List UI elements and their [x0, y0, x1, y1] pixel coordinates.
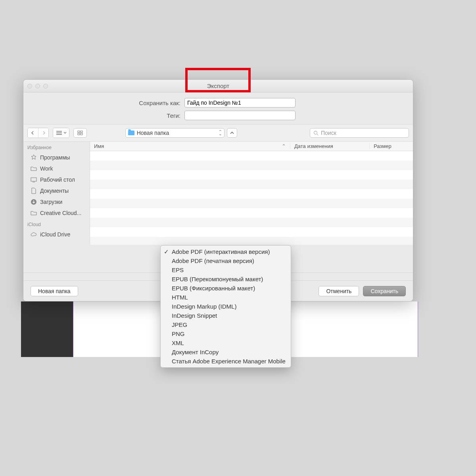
- format-option[interactable]: PNG: [161, 329, 291, 338]
- sidebar-icloud-header: iCloud: [23, 219, 90, 229]
- file-list-body[interactable]: [90, 151, 413, 245]
- tags-label: Теги:: [26, 112, 180, 119]
- format-option[interactable]: InDesign Markup (IDML): [161, 302, 291, 311]
- applications-icon: [31, 154, 37, 161]
- nav-back-forward: [27, 128, 49, 138]
- list-view-icon[interactable]: [53, 128, 69, 138]
- folder-icon: [128, 131, 134, 135]
- sidebar-item-label: Документы: [40, 188, 69, 194]
- sidebar-item-label: Work: [40, 165, 53, 172]
- desktop-icon: [31, 177, 37, 183]
- grid-icon: [77, 131, 83, 135]
- sidebar-item-label: Creative Cloud...: [40, 210, 81, 216]
- sidebar-item-label: Программы: [40, 154, 70, 161]
- format-dropdown[interactable]: Adobe PDF (интерактивная версия)Adobe PD…: [160, 245, 291, 368]
- tags-input[interactable]: [184, 111, 296, 120]
- traffic-close[interactable]: [27, 84, 32, 88]
- sidebar-item-icloud-drive[interactable]: iCloud Drive: [23, 229, 90, 240]
- format-option[interactable]: Adobe PDF (интерактивная версия): [161, 247, 291, 256]
- column-name[interactable]: Имя⌃: [90, 143, 290, 149]
- save-button[interactable]: Сохранить: [363, 286, 406, 296]
- sidebar-item-downloads[interactable]: Загрузки: [23, 196, 90, 207]
- format-option[interactable]: EPS: [161, 265, 291, 274]
- format-option[interactable]: EPUB (Перекомпонуемый макет): [161, 274, 291, 284]
- format-option[interactable]: HTML: [161, 293, 291, 302]
- file-list: Имя⌃ Дата изменения Размер: [90, 142, 413, 245]
- updown-icon: ⌃⌄: [219, 131, 222, 135]
- sidebar-favorites-header: Избранное: [23, 142, 90, 152]
- save-as-input[interactable]: [184, 98, 296, 107]
- sidebar-item-label: Рабочий стол: [40, 177, 75, 183]
- chevron-up-icon: [230, 131, 234, 134]
- svg-point-4: [314, 131, 317, 134]
- icon-view-button[interactable]: [73, 128, 87, 138]
- sidebar-item-work[interactable]: Work: [23, 163, 90, 174]
- format-option[interactable]: XML: [161, 338, 291, 347]
- downloads-icon: [31, 199, 37, 205]
- folder-icon: [31, 210, 37, 216]
- format-option[interactable]: EPUB (Фиксированный макет): [161, 284, 291, 293]
- column-size[interactable]: Размер: [369, 143, 413, 149]
- format-option[interactable]: Adobe PDF (печатная версия): [161, 256, 291, 265]
- sidebar-item-label: Загрузки: [40, 199, 62, 205]
- svg-rect-3: [81, 133, 83, 135]
- window-controls: [27, 84, 48, 88]
- cloud-icon: [31, 231, 37, 238]
- chevron-down-icon: [63, 131, 67, 134]
- svg-rect-5: [31, 178, 36, 181]
- titlebar: Экспорт: [23, 80, 413, 92]
- cancel-button[interactable]: Отменить: [319, 286, 359, 296]
- forward-button[interactable]: [38, 128, 48, 138]
- new-folder-button[interactable]: Новая папка: [31, 286, 78, 296]
- sidebar-item-applications[interactable]: Программы: [23, 152, 90, 163]
- svg-rect-2: [78, 133, 80, 135]
- back-button[interactable]: [28, 128, 38, 138]
- traffic-zoom[interactable]: [43, 84, 48, 88]
- document-icon: [31, 188, 37, 194]
- search-icon: [313, 131, 319, 136]
- sidebar-item-creative-cloud[interactable]: Creative Cloud...: [23, 207, 90, 219]
- sidebar-item-desktop[interactable]: Рабочий стол: [23, 174, 90, 185]
- format-option[interactable]: Статья Adobe Experience Manager Mobile: [161, 357, 291, 366]
- traffic-minimize[interactable]: [35, 84, 40, 88]
- toolbar: Новая папка ⌃⌄ Поиск: [23, 124, 413, 142]
- folder-name: Новая папка: [137, 130, 169, 136]
- folder-icon: [31, 165, 37, 172]
- format-option[interactable]: Документ InCopy: [161, 347, 291, 357]
- folder-path-select[interactable]: Новая папка ⌃⌄: [125, 128, 225, 138]
- view-mode-select[interactable]: [53, 128, 69, 138]
- format-option[interactable]: InDesign Snippet: [161, 311, 291, 320]
- sidebar: Избранное Программы Work Рабочий стол До…: [23, 142, 90, 245]
- column-date[interactable]: Дата изменения: [290, 143, 369, 149]
- svg-rect-0: [78, 131, 80, 132]
- chevron-right-icon: [42, 131, 46, 135]
- sidebar-item-label: iCloud Drive: [40, 231, 70, 238]
- format-option[interactable]: JPEG: [161, 320, 291, 329]
- sidebar-item-documents[interactable]: Документы: [23, 185, 90, 196]
- collapse-button[interactable]: [227, 128, 237, 138]
- svg-rect-1: [81, 131, 83, 132]
- chevron-left-icon: [31, 131, 35, 135]
- dialog-title: Экспорт: [207, 83, 229, 89]
- search-placeholder: Поиск: [321, 130, 336, 136]
- save-as-label: Сохранить как:: [26, 100, 180, 106]
- search-input[interactable]: Поиск: [310, 128, 409, 138]
